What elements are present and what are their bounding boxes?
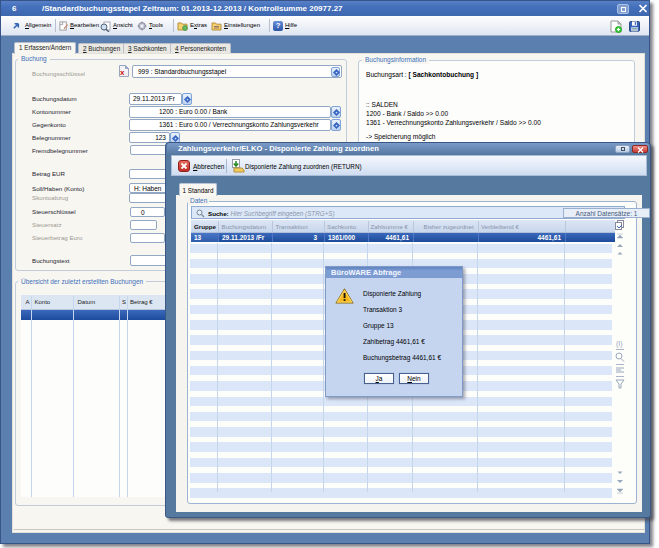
svg-text:x: x [120, 68, 125, 77]
svg-text:(I): (I) [616, 340, 623, 348]
